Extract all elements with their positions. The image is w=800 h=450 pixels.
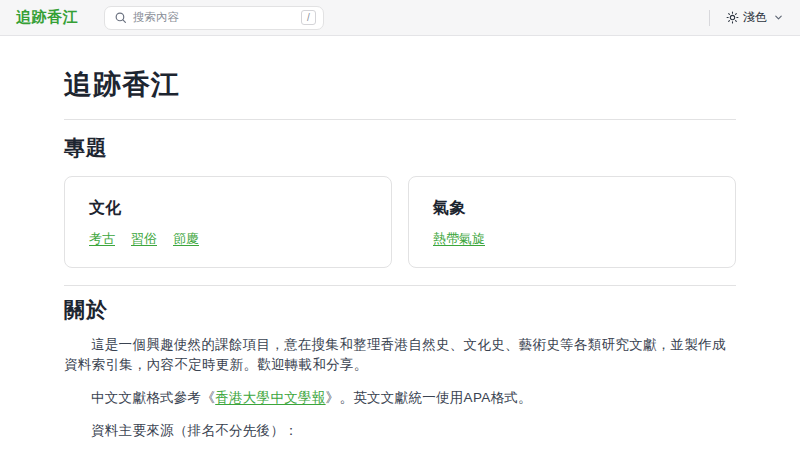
paragraph-text: 》。英文文獻統一使用APA格式。 (326, 390, 532, 405)
page-title: 追跡香江 (64, 66, 736, 104)
topic-cards: 文化 考古 習俗 節慶 氣象 熱帶氣旋 (64, 176, 736, 268)
navbar-right: 淺色 (709, 9, 784, 26)
search-placeholder: 搜索內容 (133, 10, 301, 25)
divider (709, 10, 710, 26)
card-title: 氣象 (433, 198, 711, 219)
paragraph-text: 中文文獻格式參考《 (91, 390, 215, 405)
theme-switcher[interactable]: 淺色 (726, 9, 784, 26)
about-paragraph-3: 資料主要來源（排名不分先後）： (64, 421, 736, 441)
link-hku-chinese-journal[interactable]: 香港大學中文學報 (215, 390, 325, 405)
main-content: 追跡香江 專題 文化 考古 習俗 節慶 氣象 熱帶氣旋 關於 這是一個興趣使然的… (0, 66, 800, 441)
topics-heading: 專題 (64, 119, 736, 162)
about-section: 這是一個興趣使然的課餘項目，意在搜集和整理香港自然史、文化史、藝術史等各類研究文… (64, 335, 736, 441)
search-input[interactable]: 搜索內容 / (104, 6, 324, 30)
link-tropical-cyclone[interactable]: 熱帶氣旋 (433, 230, 485, 248)
card-title: 文化 (89, 198, 367, 219)
navbar: 追跡香江 搜索內容 / 淺色 (0, 0, 800, 36)
card-links: 考古 習俗 節慶 (89, 230, 367, 248)
link-archaeology[interactable]: 考古 (89, 230, 115, 248)
sun-icon (726, 11, 739, 24)
link-customs[interactable]: 習俗 (131, 230, 157, 248)
search-shortcut-key: / (301, 10, 316, 25)
link-festivals[interactable]: 節慶 (173, 230, 199, 248)
chevron-down-icon (773, 12, 784, 23)
about-paragraph-1: 這是一個興趣使然的課餘項目，意在搜集和整理香港自然史、文化史、藝術史等各類研究文… (64, 335, 736, 375)
site-logo[interactable]: 追跡香江 (16, 8, 78, 27)
search-icon (114, 11, 127, 24)
card-culture: 文化 考古 習俗 節慶 (64, 176, 392, 268)
about-paragraph-2: 中文文獻格式參考《香港大學中文學報》。英文文獻統一使用APA格式。 (64, 388, 736, 408)
card-links: 熱帶氣旋 (433, 230, 711, 248)
theme-label: 淺色 (743, 9, 767, 26)
card-meteorology: 氣象 熱帶氣旋 (408, 176, 736, 268)
about-heading: 關於 (64, 285, 736, 324)
